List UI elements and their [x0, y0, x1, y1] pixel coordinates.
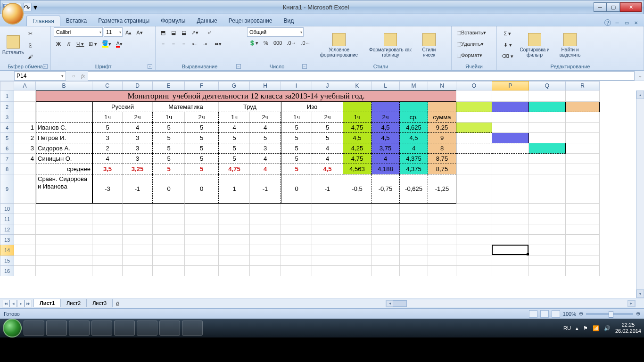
cell-F16[interactable]	[185, 266, 219, 276]
format-as-table-button[interactable]: Форматировать как таблицу	[367, 30, 414, 61]
cell-L14[interactable]	[372, 245, 400, 255]
cell-C4[interactable]: 5	[92, 123, 123, 133]
sheet-nav-prev[interactable]: ◂	[9, 300, 17, 307]
cell-H5[interactable]: 5	[250, 133, 281, 143]
indent-dec-button[interactable]: ⇤	[190, 39, 199, 49]
cell-C9[interactable]: -3	[92, 174, 123, 204]
font-color-button[interactable]: A▾	[114, 39, 124, 49]
cell-J11[interactable]	[312, 214, 343, 224]
cell-C8[interactable]: 3,5	[92, 164, 123, 174]
cell-M9[interactable]: -0,625	[400, 174, 428, 204]
cell-L9[interactable]: -0,75	[372, 174, 400, 204]
cell-J16[interactable]	[312, 266, 343, 276]
cell-P2[interactable]	[492, 102, 529, 112]
cell-G3[interactable]: 1ч	[219, 112, 250, 123]
cell-A11[interactable]	[14, 214, 36, 224]
cell-G7[interactable]: 5	[219, 154, 250, 164]
find-select-button[interactable]: Найти и выделить	[554, 30, 586, 61]
column-header-A[interactable]: A	[14, 81, 36, 90]
cell-R9[interactable]	[566, 174, 600, 204]
cell-N11[interactable]	[428, 214, 456, 224]
cell-H7[interactable]: 4	[250, 154, 281, 164]
cell-E2[interactable]: Математика	[153, 102, 219, 112]
cell-A4[interactable]: 1	[14, 123, 36, 133]
cell-F13[interactable]	[185, 235, 219, 245]
cell-Q10[interactable]	[529, 204, 566, 214]
tray-lang[interactable]: RU	[563, 325, 571, 331]
sheet-tab-2[interactable]: Лист3	[86, 299, 113, 307]
font-size-combo[interactable]: 11	[104, 27, 123, 37]
tray-chevron-icon[interactable]: ▴	[576, 325, 578, 331]
window-maximize[interactable]: ▢	[607, 2, 620, 12]
taskbar-word[interactable]	[182, 321, 203, 336]
cell-I11[interactable]	[281, 214, 312, 224]
cell-B10[interactable]	[36, 204, 92, 214]
cell-P13[interactable]	[492, 235, 529, 245]
cell-N8[interactable]: 8,75	[428, 164, 456, 174]
cell-K7[interactable]: 4,75	[343, 154, 372, 164]
column-header-E[interactable]: E	[153, 81, 185, 90]
cell-E10[interactable]	[153, 204, 185, 214]
cell-R16[interactable]	[566, 266, 600, 276]
align-left-button[interactable]: ≡	[158, 39, 168, 49]
cell-F4[interactable]: 5	[185, 123, 219, 133]
expand-formula-bar[interactable]: ⌄	[636, 73, 644, 78]
cell-L3[interactable]: 2ч	[372, 112, 400, 123]
cell-C16[interactable]	[92, 266, 123, 276]
cell-O16[interactable]	[456, 266, 492, 276]
cell-B7[interactable]: Синицын О.	[36, 154, 92, 164]
cell-R12[interactable]	[566, 224, 600, 235]
cell-N12[interactable]	[428, 224, 456, 235]
cell-G11[interactable]	[219, 214, 250, 224]
cell-P1[interactable]	[492, 90, 529, 102]
column-header-H[interactable]: H	[250, 81, 281, 90]
cell-I9[interactable]: 0	[281, 174, 312, 204]
cell-F9[interactable]: 0	[185, 174, 219, 204]
qat-redo[interactable]: ↷	[23, 3, 32, 11]
cell-D11[interactable]	[123, 214, 153, 224]
cell-E5[interactable]: 5	[153, 133, 185, 143]
cell-P5[interactable]	[492, 133, 529, 143]
ribbon-tab-0[interactable]: Главная	[26, 16, 60, 26]
cell-I16[interactable]	[281, 266, 312, 276]
cell-O2[interactable]	[456, 102, 492, 112]
cell-D15[interactable]	[123, 255, 153, 266]
cell-G6[interactable]: 5	[219, 143, 250, 154]
cell-O4[interactable]	[456, 123, 492, 133]
cell-F5[interactable]: 5	[185, 133, 219, 143]
fx-icon[interactable]: fx	[78, 73, 88, 79]
cell-Q1[interactable]	[529, 90, 566, 102]
cell-I7[interactable]: 5	[281, 154, 312, 164]
cell-R8[interactable]	[566, 164, 600, 174]
cell-M10[interactable]	[400, 204, 428, 214]
cell-P3[interactable]	[492, 112, 529, 123]
taskbar-explorer[interactable]	[24, 321, 44, 336]
cell-B15[interactable]	[36, 255, 92, 266]
cell-M12[interactable]	[400, 224, 428, 235]
row-header-13[interactable]: 13	[0, 235, 14, 245]
cell-C6[interactable]: 2	[92, 143, 123, 154]
autosum-button[interactable]: Σ ▾	[500, 29, 515, 39]
cell-N3[interactable]: сумма	[428, 112, 456, 123]
cell-C7[interactable]: 4	[92, 154, 123, 164]
cell-I2[interactable]: Изо	[281, 102, 343, 112]
cell-R10[interactable]	[566, 204, 600, 214]
cell-G15[interactable]	[219, 255, 250, 266]
ribbon-tab-3[interactable]: Формулы	[155, 16, 191, 26]
row-header-14[interactable]: 14	[0, 245, 14, 255]
sheet-tab-1[interactable]: Лист2	[60, 299, 87, 307]
cell-Q2[interactable]	[529, 102, 566, 112]
cell-I5[interactable]: 5	[281, 133, 312, 143]
mdi-close[interactable]: ✕	[633, 19, 639, 26]
cell-K5[interactable]: 4,5	[343, 133, 372, 143]
horizontal-scrollbar[interactable]	[386, 300, 636, 307]
cell-B1[interactable]: Мониторинг учебной деятельности 12 класс…	[36, 90, 456, 102]
office-button[interactable]	[2, 3, 24, 25]
format-cells-button[interactable]: ⬚ Формат ▾	[454, 50, 494, 60]
copy-button[interactable]: ⎘	[25, 40, 35, 50]
taskbar-wmp[interactable]	[69, 321, 90, 336]
cell-O12[interactable]	[456, 224, 492, 235]
mdi-minimize[interactable]: ─	[614, 19, 620, 26]
row-header-1[interactable]: 1	[0, 90, 14, 102]
cell-J8[interactable]: 4,5	[312, 164, 343, 174]
